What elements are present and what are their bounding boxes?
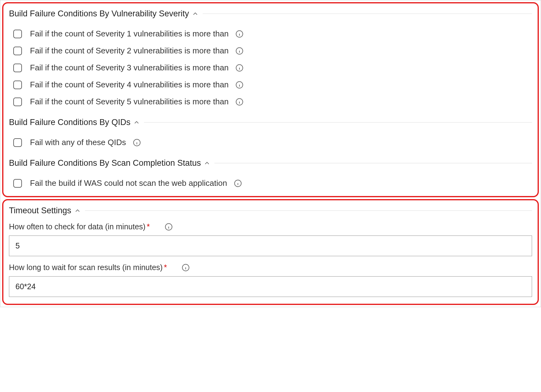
section-title-status: Build Failure Conditions By Scan Complet… <box>9 158 201 168</box>
severity-5-label: Fail if the count of Severity 5 vulnerab… <box>30 97 229 106</box>
severity-3-checkbox[interactable] <box>13 64 22 72</box>
divider <box>214 163 532 163</box>
section-header-severity[interactable]: Build Failure Conditions By Vulnerabilit… <box>9 9 532 19</box>
required-indicator: * <box>147 222 150 231</box>
chevron-up-icon <box>74 208 81 214</box>
severity-2-label: Fail if the count of Severity 2 vulnerab… <box>30 46 229 56</box>
wait-results-input[interactable] <box>9 276 532 297</box>
info-icon[interactable] <box>165 223 173 231</box>
section-header-qids[interactable]: Build Failure Conditions By QIDs <box>9 118 532 127</box>
info-icon[interactable] <box>182 264 190 272</box>
info-icon[interactable] <box>235 98 243 106</box>
info-icon[interactable] <box>235 47 243 55</box>
status-label: Fail the build if WAS could not scan the… <box>30 178 227 188</box>
severity-1-label: Fail if the count of Severity 1 vulnerab… <box>30 29 229 39</box>
qids-checkbox[interactable] <box>13 138 22 147</box>
section-title-severity: Build Failure Conditions By Vulnerabilit… <box>9 9 189 19</box>
timeout-settings-panel: Timeout Settings How often to check for … <box>2 199 539 305</box>
severity-4-checkbox[interactable] <box>13 81 22 89</box>
check-interval-label: How often to check for data (in minutes) <box>9 222 146 231</box>
section-header-status[interactable]: Build Failure Conditions By Scan Complet… <box>9 158 532 168</box>
wait-results-label: How long to wait for scan results (in mi… <box>9 263 163 272</box>
qids-row: Fail with any of these QIDs <box>9 134 532 151</box>
status-row: Fail the build if WAS could not scan the… <box>9 175 532 189</box>
severity-4-row: Fail if the count of Severity 4 vulnerab… <box>9 76 532 93</box>
qids-label: Fail with any of these QIDs <box>30 138 126 147</box>
info-icon[interactable] <box>235 81 243 89</box>
chevron-up-icon <box>133 119 140 126</box>
divider <box>144 122 532 123</box>
divider <box>85 211 532 211</box>
wait-results-label-row: How long to wait for scan results (in mi… <box>9 263 532 272</box>
severity-4-label: Fail if the count of Severity 4 vulnerab… <box>30 80 229 90</box>
chevron-up-icon <box>192 11 198 17</box>
severity-3-label: Fail if the count of Severity 3 vulnerab… <box>30 63 229 73</box>
section-header-timeout[interactable]: Timeout Settings <box>9 206 532 215</box>
chevron-up-icon <box>204 160 210 166</box>
section-title-timeout: Timeout Settings <box>9 206 71 215</box>
required-indicator: * <box>164 263 167 272</box>
check-interval-label-row: How often to check for data (in minutes)… <box>9 222 532 231</box>
check-interval-input[interactable] <box>9 236 532 256</box>
severity-2-row: Fail if the count of Severity 2 vulnerab… <box>9 42 532 59</box>
divider <box>203 14 532 14</box>
severity-1-row: Fail if the count of Severity 1 vulnerab… <box>9 25 532 42</box>
severity-3-row: Fail if the count of Severity 3 vulnerab… <box>9 59 532 76</box>
failure-conditions-panel: Build Failure Conditions By Vulnerabilit… <box>2 2 539 197</box>
severity-1-checkbox[interactable] <box>13 30 22 38</box>
severity-5-checkbox[interactable] <box>13 98 22 106</box>
severity-5-row: Fail if the count of Severity 5 vulnerab… <box>9 93 532 110</box>
status-checkbox[interactable] <box>13 179 22 188</box>
severity-2-checkbox[interactable] <box>13 47 22 55</box>
section-title-qids: Build Failure Conditions By QIDs <box>9 118 130 127</box>
info-icon[interactable] <box>234 179 242 187</box>
info-icon[interactable] <box>235 64 243 72</box>
info-icon[interactable] <box>235 30 243 38</box>
info-icon[interactable] <box>133 139 141 147</box>
